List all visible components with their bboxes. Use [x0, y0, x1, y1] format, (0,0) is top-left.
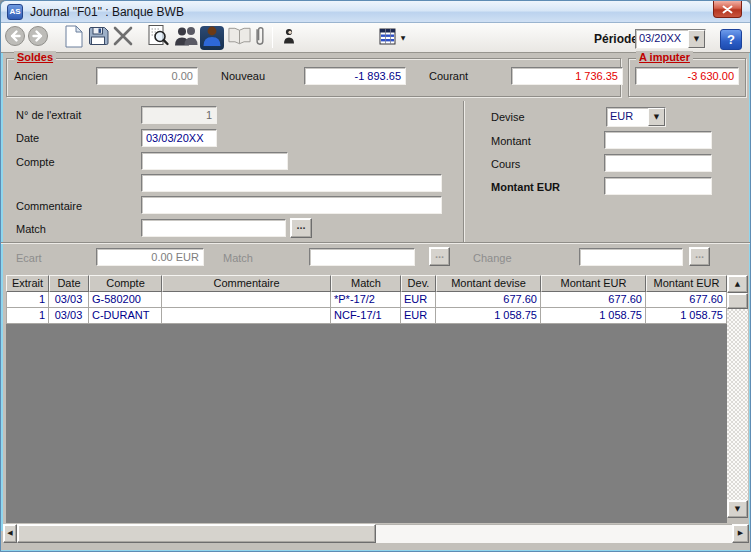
app-icon: AS — [7, 4, 23, 20]
book-icon — [227, 26, 252, 50]
table-menu-button[interactable] — [377, 26, 397, 50]
column-header[interactable]: Montant EUR — [646, 275, 727, 292]
person-button[interactable] — [280, 26, 298, 50]
cell-montant-devise[interactable]: 677.60 — [436, 292, 541, 308]
titlebar[interactable]: AS Journal "F01" : Banque BWB — [1, 1, 751, 23]
delete-button[interactable] — [111, 26, 135, 50]
periode-dropdown-button[interactable] — [688, 30, 705, 48]
column-header[interactable]: Dev. — [401, 275, 436, 292]
change-browse-button[interactable]: ... — [689, 247, 710, 266]
cell-match[interactable]: *P*-17/2 — [331, 292, 401, 308]
close-button[interactable] — [713, 1, 742, 18]
compte-field[interactable] — [141, 152, 288, 170]
user-button[interactable] — [200, 26, 224, 50]
compte-detail-field[interactable] — [141, 174, 442, 192]
montant-eur-field[interactable] — [604, 177, 712, 195]
forward-icon — [27, 25, 49, 51]
preview-button[interactable] — [145, 26, 171, 50]
cell-devise[interactable]: EUR — [401, 308, 436, 324]
recon-match-browse-button[interactable]: ... — [429, 247, 450, 266]
change-field[interactable] — [579, 248, 683, 266]
column-header[interactable]: Montant EUR — [541, 275, 646, 292]
table-menu-dropdown[interactable] — [397, 28, 409, 48]
cours-label: Cours — [491, 158, 520, 170]
new-button[interactable] — [61, 26, 85, 50]
devise-dropdown-button[interactable] — [648, 108, 665, 126]
save-icon — [87, 25, 109, 51]
paperclip-icon — [253, 25, 265, 52]
arrow-right-icon — [738, 530, 743, 537]
cell-commentaire[interactable] — [162, 292, 331, 308]
column-header[interactable]: Date — [49, 275, 89, 292]
vertical-scrollbar[interactable] — [727, 275, 748, 518]
ecart-field[interactable]: 0.00 EUR — [96, 248, 204, 266]
montant-label: Montant — [491, 135, 531, 147]
arrow-left-icon — [7, 530, 12, 537]
commentaire-field[interactable] — [141, 196, 442, 214]
devise-combobox[interactable]: EUR — [606, 107, 666, 127]
imputer-field[interactable]: -3 630.00 — [635, 67, 739, 85]
back-button[interactable] — [3, 26, 27, 50]
window-border-left — [1, 1, 3, 531]
cell-montant-eur-2[interactable]: 677.60 — [646, 292, 727, 308]
match-field[interactable] — [141, 219, 286, 237]
date-field[interactable]: 03/03/20XX — [141, 129, 217, 147]
window-title: Journal "F01" : Banque BWB — [30, 5, 184, 19]
scroll-right-button[interactable] — [732, 524, 749, 543]
cell-match[interactable]: NCF-17/1 — [331, 308, 401, 324]
attachment-button[interactable] — [251, 26, 267, 50]
help-button[interactable]: ? — [720, 29, 742, 50]
extrait-field[interactable]: 1 — [141, 106, 217, 124]
section-divider — [1, 242, 751, 244]
column-header[interactable]: Extrait — [6, 275, 49, 292]
match-browse-button[interactable]: ... — [290, 218, 312, 238]
cell-devise[interactable]: EUR — [401, 292, 436, 308]
periode-combobox[interactable]: 03/20XX — [635, 29, 706, 49]
date-label: Date — [16, 132, 39, 144]
match-label: Match — [16, 223, 46, 235]
cell-date[interactable]: 03/03 — [49, 292, 89, 308]
cell-montant-eur[interactable]: 677.60 — [541, 292, 646, 308]
ancien-field[interactable]: 0.00 — [96, 67, 198, 85]
book-button[interactable] — [226, 26, 252, 50]
app-window: AS Journal "F01" : Banque BWB — [0, 0, 751, 552]
extrait-label: N° de l'extrait — [16, 109, 81, 121]
cell-commentaire[interactable] — [162, 308, 331, 324]
column-header[interactable]: Match — [331, 275, 401, 292]
cell-montant-eur-2[interactable]: 1 058.75 — [646, 308, 727, 324]
vertical-scroll-thumb[interactable] — [727, 293, 748, 309]
cell-montant-devise[interactable]: 1 058.75 — [436, 308, 541, 324]
arrow-down-icon — [735, 506, 740, 513]
scroll-left-button[interactable] — [3, 524, 17, 543]
column-header[interactable]: Compte — [89, 275, 162, 292]
cours-field[interactable] — [604, 154, 712, 172]
nouveau-field[interactable]: -1 893.65 — [304, 67, 406, 85]
column-header[interactable]: Montant devise — [436, 275, 541, 292]
periode-label: Période — [594, 32, 638, 46]
table-row[interactable]: 1 03/03 G-580200 *P*-17/2 EUR 677.60 677… — [6, 292, 727, 308]
cell-date[interactable]: 03/03 — [49, 308, 89, 324]
recon-match-label: Match — [223, 252, 253, 264]
periode-value: 03/20XX — [636, 30, 688, 48]
forward-button[interactable] — [26, 26, 50, 50]
cell-compte[interactable]: G-580200 — [89, 292, 162, 308]
cell-extrait[interactable]: 1 — [6, 292, 49, 308]
scroll-down-button[interactable] — [727, 500, 748, 518]
table-grid-icon — [379, 28, 396, 49]
cell-extrait[interactable]: 1 — [6, 308, 49, 324]
save-button[interactable] — [86, 26, 110, 50]
table-row[interactable]: 1 03/03 C-DURANT NCF-17/1 EUR 1 058.75 1… — [6, 308, 727, 324]
users-group-icon — [173, 25, 199, 51]
toolbar-separator — [272, 27, 273, 48]
cell-compte[interactable]: C-DURANT — [89, 308, 162, 324]
scroll-up-button[interactable] — [727, 275, 748, 293]
courant-field[interactable]: 1 736.35 — [511, 67, 623, 85]
cell-montant-eur[interactable]: 1 058.75 — [541, 308, 646, 324]
montant-field[interactable] — [604, 131, 712, 149]
users-button[interactable] — [172, 26, 199, 50]
table-empty-area — [6, 324, 727, 523]
column-header[interactable]: Commentaire — [162, 275, 331, 292]
horizontal-scroll-thumb[interactable] — [17, 524, 376, 543]
recon-match-field[interactable] — [309, 248, 415, 266]
compte-label: Compte — [16, 156, 55, 168]
